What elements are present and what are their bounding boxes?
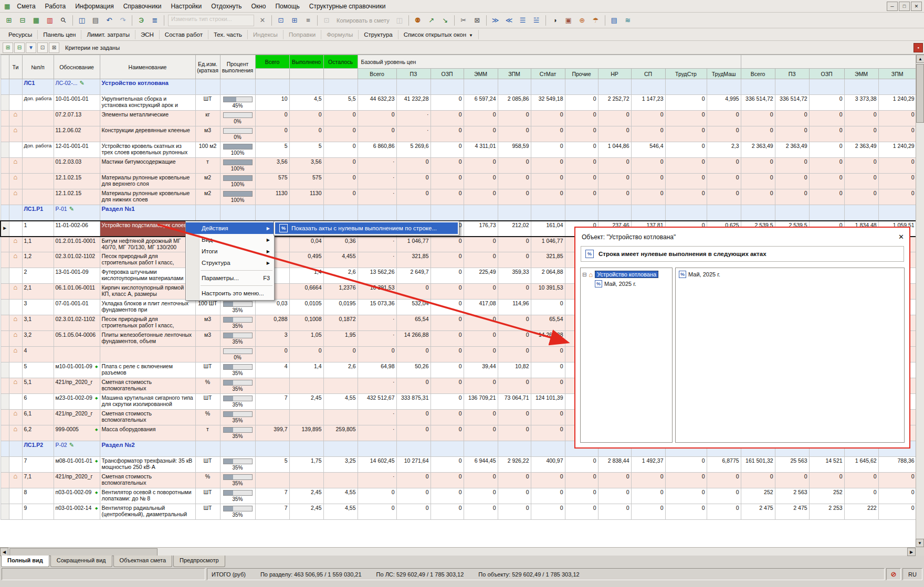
cell-name[interactable]: Трансформатор трехфазный: 35 кВ мощность… xyxy=(100,457,195,473)
cell-bl-nr[interactable]: 2 252,72 xyxy=(598,95,631,111)
cell-bl-pz[interactable]: 333 875,31 xyxy=(396,394,430,410)
list-icon[interactable]: ☰ xyxy=(517,14,529,27)
cell-ti[interactable]: ⌂ xyxy=(9,473,22,488)
cell-bl-stmat[interactable]: 0 xyxy=(531,158,565,174)
cell-bl-ozp[interactable]: 0 xyxy=(430,410,464,425)
cell-unit[interactable]: т xyxy=(195,158,220,174)
cell-bl-zpm[interactable]: 0 xyxy=(498,410,531,425)
table-row[interactable]: ЛС1ЛС-02-...✎Устройство котлована xyxy=(1,79,916,95)
cell-bl-ozp[interactable]: 0 xyxy=(430,300,464,315)
cell-ti[interactable]: ⌂ xyxy=(9,189,22,205)
cell-bl-stmat[interactable] xyxy=(531,79,565,95)
cell-bl-zpm[interactable] xyxy=(498,79,531,95)
cell-bl-trudstr[interactable]: 0 xyxy=(665,111,707,126)
cell-cl-emm[interactable]: 0 xyxy=(844,488,878,504)
cell-bl-ozp[interactable]: 0 xyxy=(430,111,464,126)
cell-bl-sp[interactable]: 1 492,37 xyxy=(631,457,665,473)
tab-1[interactable]: Сокращенный вид xyxy=(50,556,112,567)
table-row[interactable]: Доп. работа10-01-001-01Укрупнительная сб… xyxy=(1,95,916,111)
cell-cl-emm[interactable]: 0 xyxy=(844,473,878,488)
cell-name[interactable]: Сметная стоимость вспомогательных xyxy=(100,410,195,425)
menu-item-1[interactable]: Работа xyxy=(40,1,71,12)
cell-bl-pz[interactable]: 2 649,7 xyxy=(396,268,430,284)
table-row[interactable]: ⌂12.1.02.15Материалы рулонные кровельные… xyxy=(1,174,916,189)
cell-bl-trudstr[interactable]: 0 xyxy=(665,488,707,504)
cell-bl-pz[interactable]: 41 232,28 xyxy=(396,95,430,111)
cell-pct[interactable]: 0% xyxy=(220,111,255,126)
tab-2[interactable]: Объектная смета xyxy=(113,556,173,567)
cell-unit[interactable]: ШТ xyxy=(195,457,220,473)
cell-bl-sp[interactable] xyxy=(631,79,665,95)
cell-qty-left[interactable]: 4,55 xyxy=(323,394,358,410)
row-type-combo[interactable]: Изменить тип строки... xyxy=(168,15,254,26)
cell-bl-zpm[interactable]: 359,33 xyxy=(498,268,531,284)
cell-cl-emm[interactable]: 0 xyxy=(844,158,878,174)
cell-bl-zpm[interactable] xyxy=(498,441,531,457)
cell-cl-pz[interactable]: 0 xyxy=(775,174,809,189)
cell-cl-pz[interactable]: 0 xyxy=(775,126,809,142)
cell-bl-stmat[interactable]: 0 xyxy=(531,378,565,394)
cell-unit[interactable]: 100 м2 xyxy=(195,142,220,158)
cell-unit[interactable]: м2 xyxy=(195,189,220,205)
cell-bl-pz[interactable]: 1 046,77 xyxy=(396,237,430,252)
cell-bl-nr[interactable]: 0 xyxy=(598,504,631,520)
cell-bl-emm[interactable]: 417,08 xyxy=(464,300,498,315)
cell-code[interactable]: п03-01-002-14◆ xyxy=(54,504,100,520)
cell-bl-pz[interactable]: 0 xyxy=(396,378,430,394)
cell-cl-pz[interactable]: 0 xyxy=(775,158,809,174)
cell-bl-total[interactable]: · xyxy=(358,378,396,394)
cell-cl-zpm[interactable] xyxy=(878,79,916,95)
cell-cl-total[interactable] xyxy=(741,79,775,95)
cell-bl-trudmash[interactable] xyxy=(707,79,741,95)
cell-code[interactable]: 05.1.05.04-0006 xyxy=(54,331,100,347)
cell-qty-done[interactable] xyxy=(289,378,323,394)
cell-bl-pz[interactable]: 0 xyxy=(396,284,430,300)
horizontal-scroll-thumb[interactable] xyxy=(9,548,158,556)
cell-bl-total[interactable]: 44 632,23 xyxy=(358,95,396,111)
cell-bl-pz[interactable]: 0 xyxy=(396,425,430,441)
cell-bl-ozp[interactable]: 0 xyxy=(430,331,464,347)
criteria-edit-icon[interactable]: ⊠ xyxy=(49,42,59,53)
menu-item-2[interactable]: Информация xyxy=(70,1,118,12)
cell-ti[interactable] xyxy=(9,205,22,221)
cell-unit[interactable] xyxy=(195,205,220,221)
cell-cl-zpm[interactable]: 0 xyxy=(878,174,916,189)
cell-qty-done[interactable]: 0,495 xyxy=(289,252,323,268)
cell-bl-total[interactable]: 0 xyxy=(358,347,396,362)
cell-ti[interactable]: ⌂ xyxy=(9,425,22,441)
cell-bl-emm[interactable]: 0 xyxy=(464,331,498,347)
cell-qty-left[interactable]: 4,455 xyxy=(323,252,358,268)
context-menu-item-1[interactable]: Вид ▶ xyxy=(186,234,274,246)
cell-ti[interactable]: ⌂ xyxy=(9,126,22,142)
cell-cl-total[interactable]: 2 363,49 xyxy=(741,142,775,158)
cell-cl-emm[interactable]: 0 xyxy=(844,126,878,142)
cell-qty-total[interactable]: 0,288 xyxy=(255,315,289,331)
minimize-button[interactable]: ─ xyxy=(887,2,898,11)
copy-doc-icon[interactable]: ⊡ xyxy=(320,14,333,27)
cell-name[interactable]: Кирпич кислотоупорный прямой КП, класс А… xyxy=(100,284,195,300)
cell-cl-ozp[interactable]: 14 521 xyxy=(809,457,844,473)
cell-pct[interactable]: 35% xyxy=(220,504,255,520)
cell-pct[interactable]: 35% xyxy=(220,410,255,425)
cell-pct[interactable]: 35% xyxy=(220,315,255,331)
cell-num[interactable]: 5 xyxy=(22,362,54,378)
cell-bl-total[interactable]: · xyxy=(358,237,396,252)
cell-bl-ozp[interactable]: 0 xyxy=(430,457,464,473)
cell-cl-zpm[interactable]: 0 xyxy=(878,189,916,205)
cell-code[interactable]: 01.2.03.03 xyxy=(54,158,100,174)
undo-icon[interactable]: ↶ xyxy=(103,14,116,27)
cell-code[interactable]: 11-01-002-06 xyxy=(54,221,100,237)
cell-bl-sp[interactable]: 0 xyxy=(631,111,665,126)
cell-bl-trudstr[interactable]: 0 xyxy=(665,126,707,142)
cell-bl-sp[interactable]: 0 xyxy=(631,488,665,504)
cell-bl-other[interactable]: 0 xyxy=(565,126,598,142)
cell-num[interactable]: 5,1 xyxy=(22,378,54,394)
cell-pct[interactable]: 100% xyxy=(220,174,255,189)
cell-num[interactable]: Доп. работа xyxy=(22,142,54,158)
cell-qty-total[interactable]: 5 xyxy=(255,142,289,158)
submenu-item-show-zero-acts[interactable]: % Показать акты с нулевым выполнением по… xyxy=(275,222,458,234)
cell-ti[interactable] xyxy=(9,394,22,410)
cell-bl-zpm[interactable]: 0 xyxy=(498,158,531,174)
cell-code[interactable]: 12.1.02.15 xyxy=(54,174,100,189)
cell-ti[interactable] xyxy=(9,300,22,315)
